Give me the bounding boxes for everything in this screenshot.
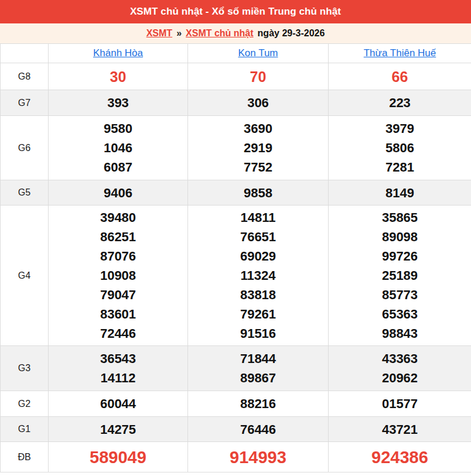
prize-values-g6-col2: 397958067281	[329, 116, 471, 180]
prize-label-g8: G8	[1, 63, 49, 90]
prize-values-g6-col0: 958010466087	[49, 116, 188, 180]
prize-number: 86251	[49, 227, 187, 246]
prize-values-g4-col2: 35865890989972625189857736536398843	[329, 206, 471, 346]
prize-label-db: ĐB	[1, 442, 49, 472]
prize-number: 3979	[329, 119, 471, 138]
prize-number: 79047	[49, 285, 187, 304]
prize-number: 88216	[188, 394, 328, 413]
prize-row-g2: G2600448821601577	[1, 391, 471, 417]
prize-row-db: ĐB589049914993924386	[1, 442, 471, 472]
prize-number: 65363	[329, 304, 471, 324]
prize-number: 306	[188, 93, 328, 112]
prize-values-g1-col0: 14275	[49, 417, 188, 442]
prize-label-g1: G1	[1, 417, 49, 442]
prize-number: 89098	[329, 227, 471, 246]
prize-values-g8-col2: 66	[329, 63, 471, 90]
prize-number: 393	[49, 93, 187, 112]
prize-row-g1: G1142757644643721	[1, 417, 471, 442]
prize-row-g6: G6958010466087369029197752397958067281	[1, 116, 471, 180]
prize-number: 79261	[188, 304, 328, 324]
prize-number: 223	[329, 93, 471, 112]
prize-number: 89867	[188, 368, 328, 388]
prize-number: 14112	[49, 368, 187, 388]
prize-label-g7: G7	[1, 90, 49, 116]
prize-values-db-col0: 589049	[49, 442, 188, 472]
breadcrumb-link-xsmt-sunday[interactable]: XSMT chủ nhật	[186, 28, 254, 39]
prize-number: 20962	[329, 368, 471, 388]
prize-number: 66	[329, 67, 471, 87]
prize-row-g4: G439480862518707610908790478360172446148…	[1, 206, 471, 346]
prize-label-g5: G5	[1, 180, 49, 206]
province-link-1[interactable]: Kon Tum	[238, 47, 278, 59]
prize-number: 7281	[329, 157, 471, 177]
prize-number: 01577	[329, 394, 471, 413]
prize-number: 8149	[329, 183, 471, 203]
prize-number: 83601	[49, 304, 187, 324]
prize-number: 3690	[188, 119, 328, 138]
prize-values-db-col2: 924386	[329, 442, 471, 472]
breadcrumb: XSMT » XSMT chủ nhật ngày 29-3-2026	[0, 23, 471, 43]
page-title: XSMT chủ nhật - Xổ số miền Trung chủ nhậ…	[0, 0, 471, 23]
prize-number: 2919	[188, 138, 328, 157]
prize-number: 14811	[188, 208, 328, 227]
prize-values-g6-col1: 369029197752	[188, 116, 329, 180]
results-table: Khánh HòaKon TumThừa Thiên Huế G8307066G…	[0, 43, 471, 472]
prize-number: 60044	[49, 394, 187, 413]
prize-number: 914993	[188, 446, 328, 469]
prize-row-g3: G3365431411271844898674336320962	[1, 346, 471, 391]
prize-values-g7-col2: 223	[329, 90, 471, 116]
prize-values-g1-col2: 43721	[329, 417, 471, 442]
prize-values-g4-col0: 39480862518707610908790478360172446	[49, 206, 188, 346]
prize-number: 30	[49, 67, 187, 87]
prize-number: 39480	[49, 208, 187, 227]
prize-label-g2: G2	[1, 391, 49, 417]
prize-number: 43721	[329, 420, 471, 439]
prize-number: 83818	[188, 285, 328, 304]
province-link-0[interactable]: Khánh Hòa	[93, 47, 143, 59]
prize-row-g8: G8307066	[1, 63, 471, 90]
prize-values-g2-col1: 88216	[188, 391, 329, 417]
prize-number: 70	[188, 67, 328, 87]
province-link-2[interactable]: Thừa Thiên Huế	[364, 47, 436, 59]
prize-number: 25189	[329, 266, 471, 285]
prize-number: 11324	[188, 266, 328, 285]
prize-number: 924386	[329, 446, 471, 469]
prize-number: 72446	[49, 324, 187, 343]
prize-number: 69029	[188, 246, 328, 266]
prize-number: 99726	[329, 246, 471, 266]
prize-number: 14275	[49, 420, 187, 439]
prize-number: 7752	[188, 157, 328, 177]
prize-values-g5-col1: 9858	[188, 180, 329, 206]
province-header-cell: Kon Tum	[188, 44, 329, 63]
prize-number: 85773	[329, 285, 471, 304]
prize-number: 589049	[49, 446, 187, 469]
prize-row-g7: G7393306223	[1, 90, 471, 116]
province-header-row: Khánh HòaKon TumThừa Thiên Huế	[1, 44, 471, 63]
prize-number: 9580	[49, 119, 187, 138]
prize-values-g7-col1: 306	[188, 90, 329, 116]
prize-number: 76651	[188, 227, 328, 246]
prize-label-g6: G6	[1, 116, 49, 180]
prize-row-g5: G5940698588149	[1, 180, 471, 206]
prize-number: 91516	[188, 324, 328, 343]
prize-values-g1-col1: 76446	[188, 417, 329, 442]
prize-number: 10908	[49, 266, 187, 285]
prize-number: 43363	[329, 349, 471, 368]
prize-values-g5-col0: 9406	[49, 180, 188, 206]
prize-values-db-col1: 914993	[188, 442, 329, 472]
prize-number: 71844	[188, 349, 328, 368]
prize-number: 36543	[49, 349, 187, 368]
corner-cell	[1, 44, 49, 63]
breadcrumb-separator: »	[176, 28, 182, 39]
prize-number: 6087	[49, 157, 187, 177]
prize-values-g8-col0: 30	[49, 63, 188, 90]
breadcrumb-date: ngày 29-3-2026	[258, 28, 325, 39]
province-header-cell: Thừa Thiên Huế	[329, 44, 471, 63]
province-header-cell: Khánh Hòa	[49, 44, 188, 63]
prize-number: 1046	[49, 138, 187, 157]
prize-values-g3-col2: 4336320962	[329, 346, 471, 391]
results-table-body: Khánh HòaKon TumThừa Thiên Huế G8307066G…	[1, 44, 471, 472]
prize-number: 9858	[188, 183, 328, 203]
prize-values-g7-col0: 393	[49, 90, 188, 116]
breadcrumb-link-xsmt[interactable]: XSMT	[146, 28, 172, 39]
